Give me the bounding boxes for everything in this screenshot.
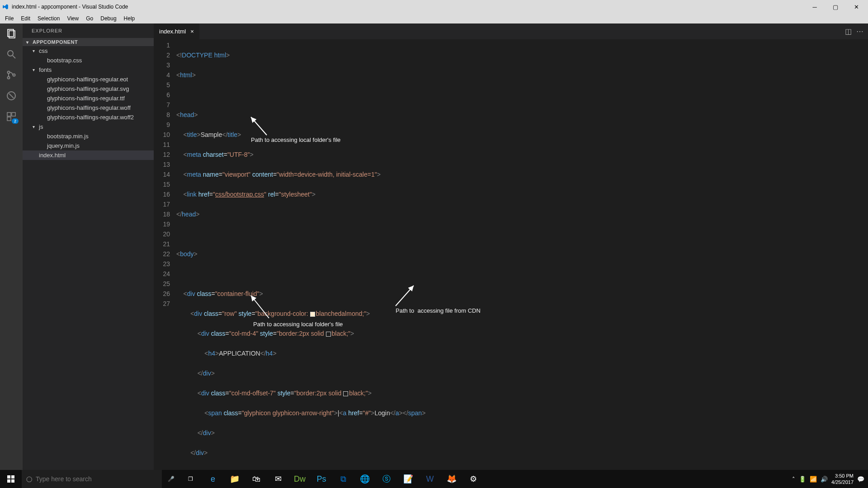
sidebar-title: EXPLORER: [23, 23, 154, 36]
more-actions-icon[interactable]: ⋯: [856, 27, 863, 36]
file-bootstrap-min-js[interactable]: bootstrap.min.js: [23, 131, 154, 141]
tray-clock[interactable]: 3:50 PM 4/25/2017: [831, 473, 854, 485]
taskbar-search[interactable]: ◯: [22, 470, 162, 488]
search-icon[interactable]: [5, 48, 18, 61]
menu-edit[interactable]: Edit: [18, 14, 33, 23]
app-firefox[interactable]: 🦊: [441, 470, 462, 488]
code-editor[interactable]: 1234567891011121314151617181920212223242…: [154, 39, 868, 470]
app-edge[interactable]: e: [203, 470, 223, 488]
folder-js[interactable]: ▾js: [23, 122, 154, 131]
tray-wifi-icon[interactable]: 📶: [810, 476, 817, 483]
svg-rect-17: [7, 479, 10, 483]
file-jquery-min-js[interactable]: jquery.min.js: [23, 141, 154, 150]
title-bar: index.html - appcomponent - Visual Studi…: [0, 0, 868, 14]
task-view-icon[interactable]: ❐: [180, 476, 201, 482]
svg-point-4: [8, 71, 10, 74]
editor: index.html × ◫ ⋯ 12345678910111213141516…: [154, 23, 868, 470]
app-settings[interactable]: ⚙: [463, 470, 484, 488]
file-font-svg[interactable]: glyphicons-halflings-regular.svg: [23, 84, 154, 94]
svg-rect-10: [12, 113, 15, 116]
app-vscode[interactable]: ⧉: [333, 470, 354, 488]
tab-bar: index.html × ◫ ⋯: [154, 23, 868, 39]
minimize-button[interactable]: ─: [805, 0, 825, 13]
window-controls: ─ ▢ ✕: [805, 0, 866, 13]
close-button[interactable]: ✕: [846, 0, 866, 13]
svg-rect-16: [11, 475, 14, 479]
svg-point-6: [13, 74, 15, 76]
file-font-woff[interactable]: glyphicons-halflings-regular.woff: [23, 103, 154, 113]
taskbar-apps: e 📁 🛍 ✉ Dw Ps ⧉ 🌐 ⓢ 📝 W 🦊 ⚙: [201, 470, 484, 488]
app-word[interactable]: W: [420, 470, 440, 488]
tray-chevron-icon[interactable]: ˄: [792, 476, 795, 483]
svg-rect-15: [7, 475, 10, 479]
app-store[interactable]: 🛍: [246, 470, 267, 488]
menu-bar: File Edit Selection View Go Debug Help: [0, 14, 868, 23]
window-title: index.html - appcomponent - Visual Studi…: [12, 4, 805, 10]
svg-rect-9: [7, 113, 11, 116]
source-control-icon[interactable]: [5, 69, 18, 81]
app-mail[interactable]: ✉: [268, 470, 288, 488]
app-skype[interactable]: ⓢ: [376, 470, 397, 488]
project-header[interactable]: ▾APPCOMPONENT: [23, 38, 154, 46]
menu-view[interactable]: View: [64, 14, 82, 23]
svg-point-5: [8, 77, 10, 79]
menu-debug[interactable]: Debug: [97, 14, 119, 23]
menu-go[interactable]: Go: [83, 14, 96, 23]
app-notepad[interactable]: 📝: [398, 470, 419, 488]
explorer-icon[interactable]: [5, 27, 18, 40]
activity-bar: 2: [0, 23, 23, 470]
file-font-eot[interactable]: glyphicons-halflings-regular.eot: [23, 75, 154, 84]
svg-point-2: [8, 51, 13, 56]
start-button[interactable]: [0, 475, 22, 483]
mic-icon[interactable]: 🎤: [162, 476, 180, 482]
code-content[interactable]: <!DOCTYPE html> <html> <head> <title>Sam…: [176, 40, 868, 470]
maximize-button[interactable]: ▢: [826, 0, 845, 13]
svg-line-3: [13, 56, 15, 58]
search-input[interactable]: [36, 475, 157, 483]
tray-time: 3:50 PM: [831, 473, 854, 479]
file-font-ttf[interactable]: glyphicons-halflings-regular.ttf: [23, 94, 154, 103]
app-chrome[interactable]: 🌐: [354, 470, 375, 488]
main-area: 2 EXPLORER ▾APPCOMPONENT ▾css bootstrap.…: [0, 23, 868, 470]
tab-actions: ◫ ⋯: [845, 23, 868, 39]
file-font-woff2[interactable]: glyphicons-halflings-regular.woff2: [23, 113, 154, 122]
tray-notifications-icon[interactable]: 💬: [857, 476, 864, 483]
tab-close-icon[interactable]: ×: [190, 28, 194, 35]
folder-css[interactable]: ▾css: [23, 46, 154, 56]
menu-file[interactable]: File: [2, 14, 17, 23]
extensions-badge: 2: [12, 118, 19, 124]
tray-volume-icon[interactable]: 🔊: [821, 476, 828, 483]
tray-battery-icon[interactable]: 🔋: [799, 476, 806, 483]
app-photoshop[interactable]: Ps: [311, 470, 332, 488]
folder-fonts[interactable]: ▾fonts: [23, 65, 154, 75]
annotation-local-js: Path to accessing local folder's file: [253, 319, 343, 329]
app-dreamweaver[interactable]: Dw: [289, 470, 310, 488]
file-bootstrap-css[interactable]: bootstrap.css: [23, 56, 154, 65]
tray-date: 4/25/2017: [831, 479, 854, 485]
extensions-icon[interactable]: 2: [5, 110, 18, 123]
tab-index-html[interactable]: index.html ×: [154, 23, 199, 39]
tab-label: index.html: [159, 28, 186, 35]
svg-rect-18: [11, 479, 14, 483]
svg-line-8: [9, 94, 14, 98]
line-gutter: 1234567891011121314151617181920212223242…: [154, 40, 176, 470]
cortana-icon: ◯: [26, 476, 32, 482]
project-name: APPCOMPONENT: [33, 39, 78, 45]
system-tray: ˄ 🔋 📶 🔊 3:50 PM 4/25/2017 💬: [792, 473, 868, 485]
file-index-html[interactable]: index.html: [23, 150, 154, 160]
split-editor-icon[interactable]: ◫: [845, 27, 852, 36]
taskbar: ◯ 🎤 ❐ e 📁 🛍 ✉ Dw Ps ⧉ 🌐 ⓢ 📝 W 🦊 ⚙ ˄ 🔋 📶 …: [0, 470, 868, 488]
svg-rect-11: [7, 117, 11, 121]
menu-help[interactable]: Help: [121, 14, 138, 23]
sidebar: EXPLORER ▾APPCOMPONENT ▾css bootstrap.cs…: [23, 23, 154, 470]
debug-icon[interactable]: [5, 89, 18, 102]
menu-selection[interactable]: Selection: [34, 14, 63, 23]
vscode-icon: [2, 3, 9, 10]
app-file-explorer[interactable]: 📁: [224, 470, 245, 488]
